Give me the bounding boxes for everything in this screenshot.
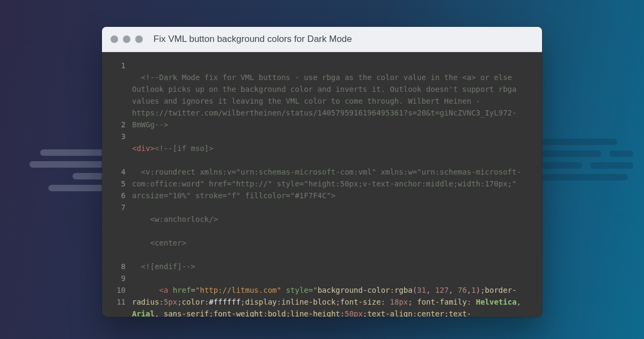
minimize-icon[interactable] [123, 35, 130, 43]
zoom-icon[interactable] [135, 35, 143, 43]
code-area[interactable]: <!--Dark Mode fix for VML buttons - use … [132, 60, 535, 308]
code-comment: <!--Dark Mode fix for VML buttons - use … [132, 73, 521, 129]
code-editor[interactable]: 1 2 3 4 5 6 7 8 9 10 11 <!--Dark Mode fi… [102, 52, 542, 317]
line-gutter: 1 2 3 4 5 6 7 8 9 10 11 [102, 60, 132, 308]
code-window: Fix VML button background colors for Dar… [102, 27, 542, 317]
window-title: Fix VML button background colors for Dar… [153, 34, 352, 45]
close-icon[interactable] [111, 35, 118, 43]
traffic-lights [111, 35, 143, 43]
window-titlebar: Fix VML button background colors for Dar… [102, 27, 542, 52]
